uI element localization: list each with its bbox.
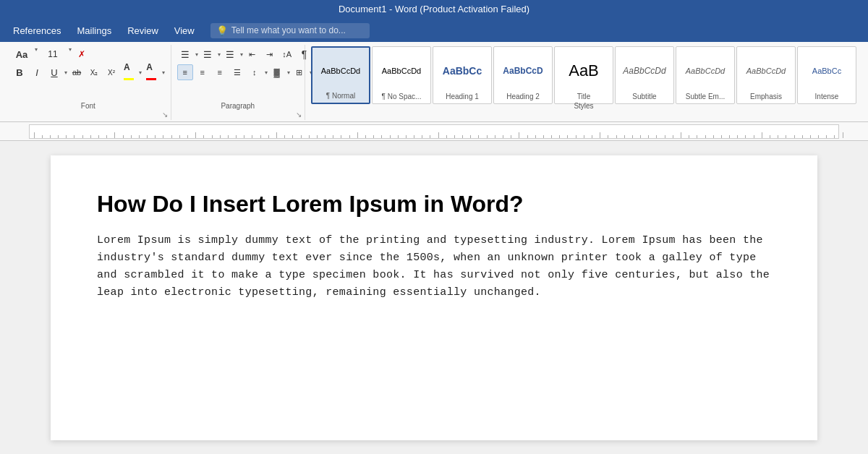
justify-button[interactable]: ☰ bbox=[229, 64, 245, 80]
style-label-heading2: Heading 2 bbox=[506, 93, 540, 100]
font-color-dropdown-icon: ▾ bbox=[162, 69, 165, 76]
bullets-dropdown-icon: ▾ bbox=[195, 51, 198, 58]
ruler-tick bbox=[381, 135, 382, 138]
align-left-button[interactable]: ≡ bbox=[177, 64, 193, 80]
highlight-button[interactable]: A bbox=[121, 64, 137, 80]
menu-references[interactable]: References bbox=[6, 22, 68, 39]
ruler-tick bbox=[446, 135, 447, 138]
document-heading: How Do I Insert Lorem Ipsum in Word? bbox=[97, 190, 771, 218]
menu-bar: References Mailings Review View 💡 Tell m… bbox=[0, 19, 868, 42]
title-bar-text: Document1 - Word (Product Activation Fai… bbox=[339, 4, 529, 14]
style-label-intense: Intense bbox=[815, 93, 839, 100]
numbering-dropdown-icon: ▾ bbox=[218, 51, 221, 58]
title-bar: Document1 - Word (Product Activation Fai… bbox=[0, 0, 868, 19]
ruler-tick bbox=[414, 135, 414, 138]
style-item-intense[interactable]: AaBbCcIntense bbox=[797, 46, 856, 104]
highlight-a-icon: A bbox=[124, 62, 130, 72]
font-group-expand-icon[interactable]: ↘ bbox=[162, 111, 168, 119]
underline-dropdown-icon: ▾ bbox=[64, 69, 67, 76]
font-size-select[interactable]: 11 bbox=[40, 46, 66, 62]
style-label-title: Title bbox=[577, 93, 591, 100]
style-item-emphasis[interactable]: AaBbCcDdEmphasis bbox=[736, 46, 796, 104]
subscript-button[interactable]: X₂ bbox=[86, 64, 102, 80]
style-label-normal: ¶ Normal bbox=[326, 92, 355, 100]
ruler-tick bbox=[406, 135, 407, 138]
ruler-tick bbox=[584, 135, 584, 138]
style-item-subtle-em[interactable]: AaBbCcDdSubtle Em... bbox=[676, 46, 735, 104]
ruler-tick bbox=[252, 135, 252, 138]
multilevel-dropdown-icon: ▾ bbox=[240, 51, 243, 58]
fontsize-dropdown-icon: ▾ bbox=[69, 46, 72, 62]
document-body: Lorem Ipsum is simply dummy text of the … bbox=[97, 232, 771, 301]
ruler-tick bbox=[600, 132, 600, 138]
highlight-dropdown-icon: ▾ bbox=[139, 69, 142, 76]
ruler-tick bbox=[810, 135, 811, 138]
font-size-aa-button[interactable]: Aa bbox=[12, 46, 32, 62]
style-item-heading1[interactable]: AaBbCcHeading 1 bbox=[433, 46, 492, 104]
ruler-tick bbox=[179, 135, 180, 138]
ruler-tick bbox=[309, 135, 310, 138]
ruler-tick bbox=[147, 135, 148, 138]
menu-review[interactable]: Review bbox=[120, 22, 166, 39]
ruler-inner bbox=[29, 124, 839, 139]
ruler-tick bbox=[292, 135, 293, 138]
line-spacing-button[interactable]: ↕ bbox=[247, 64, 263, 80]
style-item-title[interactable]: AaBTitle bbox=[554, 46, 613, 104]
decrease-indent-button[interactable]: ⇤ bbox=[244, 46, 260, 62]
sort-button[interactable]: ↕A bbox=[279, 46, 295, 62]
bold-button[interactable]: B bbox=[12, 64, 27, 80]
strikethrough-button[interactable]: ab bbox=[69, 64, 85, 80]
ruler-tick bbox=[632, 135, 633, 138]
document-page[interactable]: How Do I Insert Lorem Ipsum in Word? Lor… bbox=[51, 155, 817, 440]
ruler-tick bbox=[818, 135, 819, 138]
ruler-tick bbox=[834, 135, 835, 138]
underline-button[interactable]: U bbox=[46, 64, 62, 80]
numbering-button[interactable]: ☰ bbox=[200, 46, 216, 62]
italic-button[interactable]: I bbox=[29, 64, 45, 80]
ruler-tick bbox=[470, 135, 471, 138]
ruler-tick bbox=[195, 132, 196, 138]
document-area: How Do I Insert Lorem Ipsum in Word? Lor… bbox=[0, 141, 868, 454]
font-color-a-icon: A bbox=[146, 62, 153, 72]
ruler-tick bbox=[123, 135, 124, 138]
ruler-tick bbox=[244, 135, 244, 138]
style-item-normal[interactable]: AaBbCcDd¶ Normal bbox=[311, 46, 370, 104]
style-item-no-spacing[interactable]: AaBbCcDd¶ No Spac... bbox=[372, 46, 431, 104]
paragraph-group-label: Paragraph bbox=[171, 102, 305, 110]
ruler bbox=[0, 122, 868, 141]
menu-view[interactable]: View bbox=[167, 22, 202, 39]
multilevel-list-button[interactable]: ☰ bbox=[222, 46, 238, 62]
font-color-button[interactable]: A bbox=[143, 64, 159, 80]
ruler-tick bbox=[114, 132, 115, 138]
style-item-subtitle[interactable]: AaBbCcDdSubtitle bbox=[615, 46, 674, 104]
paragraph-group: ☰ ▾ ☰ ▾ ☰ ▾ ⇤ ⇥ ↕A ¶ ≡ ≡ ≡ ☰ ↕ ▾ ▓ ▾ ⊞ bbox=[171, 45, 305, 120]
ruler-tick bbox=[187, 135, 188, 138]
ruler-tick bbox=[673, 135, 673, 138]
ruler-tick bbox=[737, 135, 738, 138]
ruler-tick bbox=[697, 135, 697, 138]
align-center-button[interactable]: ≡ bbox=[195, 64, 210, 80]
ruler-tick bbox=[430, 135, 430, 138]
bullets-button[interactable]: ☰ bbox=[177, 46, 193, 62]
shading-dropdown-icon: ▾ bbox=[287, 69, 290, 76]
ruler-tick bbox=[34, 132, 35, 138]
tell-me-search-box[interactable]: 💡 Tell me what you want to do... bbox=[210, 23, 370, 38]
align-right-button[interactable]: ≡ bbox=[212, 64, 228, 80]
shading-button[interactable]: ▓ bbox=[269, 64, 285, 80]
style-item-heading2[interactable]: AaBbCcDHeading 2 bbox=[493, 46, 553, 104]
ruler-tick bbox=[495, 135, 495, 138]
search-placeholder-text: Tell me what you want to do... bbox=[231, 25, 346, 35]
menu-mailings[interactable]: Mailings bbox=[69, 22, 119, 39]
ruler-tick bbox=[260, 135, 261, 138]
ruler-tick bbox=[559, 135, 560, 138]
style-label-no-spacing: ¶ No Spac... bbox=[382, 93, 422, 100]
ruler-tick bbox=[422, 135, 422, 138]
ruler-tick bbox=[478, 135, 479, 138]
ruler-tick bbox=[357, 132, 358, 138]
ruler-tick bbox=[786, 135, 786, 138]
superscript-button[interactable]: X² bbox=[103, 64, 119, 80]
increase-indent-button[interactable]: ⇥ bbox=[262, 46, 278, 62]
clear-format-button[interactable]: ✗ bbox=[74, 46, 90, 62]
paragraph-expand-icon[interactable]: ↘ bbox=[296, 111, 302, 119]
lightbulb-icon: 💡 bbox=[216, 25, 228, 36]
